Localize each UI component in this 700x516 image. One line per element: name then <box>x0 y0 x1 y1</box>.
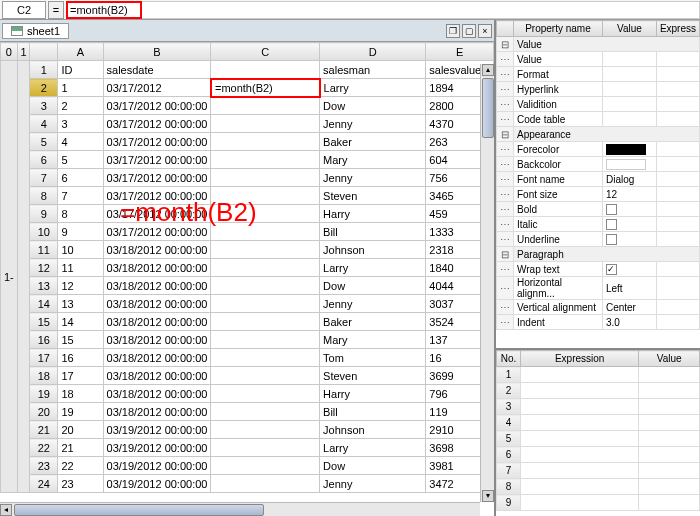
cell[interactable]: 3 <box>58 115 103 133</box>
prop-express[interactable] <box>656 277 699 300</box>
scroll-left-icon[interactable]: ◂ <box>0 504 12 516</box>
scroll-thumb-horizontal[interactable] <box>14 504 264 516</box>
cell[interactable]: 18 <box>58 385 103 403</box>
corner-cell[interactable] <box>30 43 58 61</box>
cell[interactable]: 03/17/2012 <box>103 79 211 97</box>
cell[interactable] <box>211 277 320 295</box>
prop-name[interactable]: Code table <box>514 112 603 127</box>
prop-value[interactable] <box>602 202 656 217</box>
cell[interactable]: 03/18/2012 00:00:00 <box>103 331 211 349</box>
expression-panel[interactable]: No.ExpressionValue123456789 <box>496 350 700 511</box>
cell[interactable]: 03/19/2012 00:00:00 <box>103 475 211 493</box>
expr-cell[interactable] <box>639 383 700 399</box>
cell[interactable]: Mary <box>320 331 426 349</box>
checkbox[interactable]: ✓ <box>606 264 617 275</box>
cell[interactable]: Jenny <box>320 169 426 187</box>
expr-row-no[interactable]: 6 <box>497 447 521 463</box>
vertical-scrollbar[interactable]: ▴ ▾ <box>480 64 494 502</box>
row-header[interactable]: 5 <box>30 133 58 151</box>
cell-reference-box[interactable]: C2 <box>2 1 46 19</box>
prop-value[interactable] <box>602 217 656 232</box>
prop-value[interactable]: Center <box>602 300 656 315</box>
cell[interactable] <box>211 313 320 331</box>
prop-express[interactable] <box>656 187 699 202</box>
expr-row-no[interactable]: 9 <box>497 495 521 511</box>
cell[interactable]: 03/19/2012 00:00:00 <box>103 457 211 475</box>
prop-name[interactable]: Horizontal alignm... <box>514 277 603 300</box>
cell[interactable]: Dow <box>320 277 426 295</box>
prop-value[interactable] <box>602 82 656 97</box>
expr-cell[interactable] <box>639 399 700 415</box>
cell[interactable]: Baker <box>320 313 426 331</box>
prop-name[interactable]: Bold <box>514 202 603 217</box>
cell[interactable]: 6 <box>58 169 103 187</box>
expr-cell[interactable] <box>639 495 700 511</box>
cell[interactable]: Larry <box>320 259 426 277</box>
cell[interactable]: Mary <box>320 151 426 169</box>
cell[interactable]: 03/18/2012 00:00:00 <box>103 367 211 385</box>
row-header[interactable]: 15 <box>30 313 58 331</box>
cell[interactable] <box>211 187 320 205</box>
cell[interactable]: 03/17/2012 00:00:00 <box>103 97 211 115</box>
cell[interactable] <box>211 97 320 115</box>
prop-express[interactable] <box>656 232 699 247</box>
color-swatch[interactable] <box>606 159 646 170</box>
expr-cell[interactable] <box>521 399 639 415</box>
expr-cell[interactable] <box>521 415 639 431</box>
row-header[interactable]: 17 <box>30 349 58 367</box>
color-swatch[interactable] <box>606 144 646 155</box>
prop-name[interactable]: Vertical alignment <box>514 300 603 315</box>
cell[interactable]: 1 <box>58 79 103 97</box>
restore-window-icon[interactable]: ❐ <box>446 24 460 38</box>
row-header[interactable]: 11 <box>30 241 58 259</box>
cell[interactable]: 03/17/2012 00:00:00 <box>103 169 211 187</box>
checkbox[interactable] <box>606 234 617 245</box>
row-header[interactable]: 16 <box>30 331 58 349</box>
row-header[interactable]: 21 <box>30 421 58 439</box>
outline-col[interactable]: 1- <box>1 61 18 493</box>
prop-name[interactable]: Backcolor <box>514 157 603 172</box>
expr-row-no[interactable]: 4 <box>497 415 521 431</box>
cell[interactable] <box>211 367 320 385</box>
cell[interactable]: 03/17/2012 00:00:00 <box>103 151 211 169</box>
cell[interactable]: 03/18/2012 00:00:00 <box>103 313 211 331</box>
row-header[interactable]: 23 <box>30 457 58 475</box>
cell[interactable] <box>211 205 320 223</box>
row-header[interactable]: 10 <box>30 223 58 241</box>
prop-name[interactable]: Underline <box>514 232 603 247</box>
prop-express[interactable] <box>656 52 699 67</box>
prop-express[interactable] <box>656 217 699 232</box>
cell[interactable] <box>211 295 320 313</box>
cell[interactable]: 03/19/2012 00:00:00 <box>103 421 211 439</box>
prop-value[interactable] <box>602 142 656 157</box>
prop-value[interactable] <box>602 97 656 112</box>
expr-cell[interactable] <box>521 367 639 383</box>
expr-cell[interactable] <box>521 479 639 495</box>
cell[interactable]: salesdate <box>103 61 211 79</box>
prop-name[interactable]: Font name <box>514 172 603 187</box>
row-header[interactable]: 4 <box>30 115 58 133</box>
cell[interactable]: Harry <box>320 385 426 403</box>
expr-row-no[interactable]: 8 <box>497 479 521 495</box>
prop-group[interactable]: Appearance <box>514 127 700 142</box>
prop-express[interactable] <box>656 172 699 187</box>
cell[interactable]: Dow <box>320 97 426 115</box>
cell[interactable]: 03/18/2012 00:00:00 <box>103 241 211 259</box>
prop-value[interactable]: 12 <box>602 187 656 202</box>
cell[interactable]: 23 <box>58 475 103 493</box>
cell[interactable]: salesman <box>320 61 426 79</box>
cell[interactable]: Baker <box>320 133 426 151</box>
cell[interactable]: Tom <box>320 349 426 367</box>
prop-group[interactable]: Value <box>514 37 700 52</box>
cell[interactable]: 19 <box>58 403 103 421</box>
expr-row-no[interactable]: 1 <box>497 367 521 383</box>
expr-cell[interactable] <box>521 495 639 511</box>
cell[interactable] <box>211 331 320 349</box>
column-header-D[interactable]: D <box>320 43 426 61</box>
row-header[interactable]: 3 <box>30 97 58 115</box>
scroll-down-icon[interactable]: ▾ <box>482 490 494 502</box>
tree-collapse-icon[interactable]: ⊟ <box>497 37 514 52</box>
cell[interactable]: 15 <box>58 331 103 349</box>
row-header[interactable]: 22 <box>30 439 58 457</box>
prop-value[interactable]: ✓ <box>602 262 656 277</box>
